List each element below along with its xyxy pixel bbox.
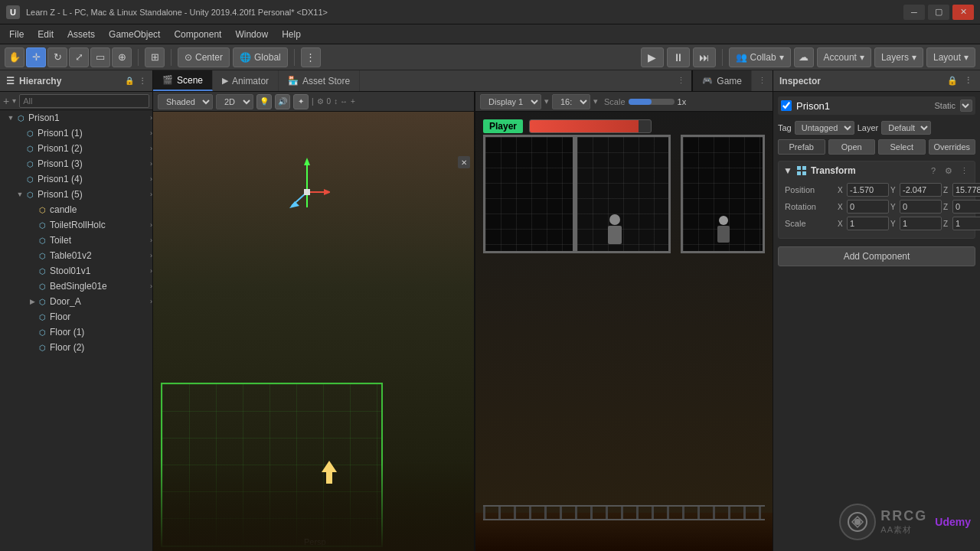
tab-scene[interactable]: 🎬 Scene [153,70,213,91]
aspect-dropdown[interactable]: 16:10 [552,94,590,109]
move-tool[interactable]: ✛ [26,47,46,67]
tab-asset-store[interactable]: 🏪 Asset Store [279,70,360,91]
tree-item-prison1-4[interactable]: ⬡ Prison1 (4) › [0,171,152,187]
menu-window[interactable]: Window [229,27,274,42]
transform-tool[interactable]: ⊕ [112,47,132,67]
rotation-y-input[interactable]: 0 [900,200,942,214]
tree-item-door[interactable]: ▶ ⬡ Door_A › [0,294,152,309]
tree-item-candle[interactable]: ⬡ candle [0,202,152,217]
hand-tool[interactable]: ✋ [5,47,24,67]
layer-dropdown[interactable]: Default [881,121,931,135]
position-x-input[interactable]: -1.570 [847,183,889,197]
select-button[interactable]: Select [878,139,926,155]
tree-arrow-right: › [150,191,152,198]
tab-animator[interactable]: ▶ Animator [213,70,279,91]
menu-gameobject[interactable]: GameObject [103,27,166,42]
transform-header[interactable]: ▼ Transform ? ⚙ ⋮ [779,161,975,180]
scale-y-input[interactable]: 1 [900,217,942,230]
pause-button[interactable]: ⏸ [667,47,690,67]
tree-item-prison1-5[interactable]: ▼ ⬡ Prison1 (5) › [0,187,152,202]
step-button[interactable]: ⏭ [693,47,716,67]
tag-dropdown[interactable]: Untagged [795,121,854,135]
shading-dropdown[interactable]: Shaded [158,94,213,109]
minimize-button[interactable]: ─ [903,5,925,20]
play-button[interactable]: ▶ [641,47,664,67]
transform-help-icon[interactable]: ? [927,165,939,177]
gameobject-icon: ⬡ [37,296,47,307]
titlebar: U Learn Z - L - PC, Mac & Linux Standalo… [0,0,980,24]
tree-arrow-right: › [150,282,152,290]
tab-game[interactable]: 🎮 Game [691,70,752,91]
svg-rect-10 [797,171,801,175]
layers-button[interactable]: Layers ▾ [874,47,923,67]
game-viewport[interactable]: Player [475,112,773,551]
gameobject-active-checkbox[interactable] [781,100,792,111]
scene-light-toggle[interactable]: 💡 [256,94,272,109]
scene-more-icon[interactable]: ⋮ [671,76,691,86]
maximize-button[interactable]: ▢ [928,5,949,20]
hierarchy-more-icon[interactable]: ⋮ [139,77,146,85]
scale-z-input[interactable]: 1 [952,217,980,230]
inspector-lock-icon[interactable]: 🔒 [946,75,959,87]
scene-viewport[interactable]: ✕ Persp [153,112,474,551]
cloud-button[interactable]: ☁ [794,47,814,67]
rect-tool[interactable]: ▭ [90,47,110,67]
collab-button[interactable]: 👥 Collab ▾ [729,47,791,67]
tree-item-floor2[interactable]: ⬡ Floor (2) [0,340,152,355]
menu-component[interactable]: Component [168,27,227,42]
close-button[interactable]: ✕ [952,5,974,20]
tree-arrow-right: › [150,114,152,122]
snap-button[interactable]: ⋮ [301,47,321,67]
ry-axis-label: Y [890,203,898,211]
tree-item-bed[interactable]: ⬡ BedSingle01e › [0,279,152,294]
tree-item-prison1-3[interactable]: ⬡ Prison1 (3) › [0,156,152,171]
tree-item-table[interactable]: ⬡ Table01v2 › [0,248,152,263]
tree-item-floor[interactable]: ⬡ Floor [0,309,152,324]
layout-button[interactable]: Layout ▾ [926,47,975,67]
rotation-x-input[interactable]: 0 [847,200,889,214]
tree-item-stool[interactable]: ⬡ Stool01v1 › [0,263,152,279]
open-button[interactable]: Open [828,139,876,155]
scene-audio-toggle[interactable]: 🔊 [275,94,290,109]
scene-close-btn[interactable]: ✕ [458,156,470,168]
tree-item-toilet[interactable]: ⬡ Toilet › [0,233,152,248]
position-fields: X -1.570 Y -2.047 Z 15.778 [838,183,980,197]
space-button[interactable]: 🌐 Global [233,47,288,67]
hierarchy-search-input[interactable] [19,94,149,108]
transform-icon [795,165,808,177]
tree-item-toiletroll[interactable]: ⬡ ToiletRollHolc › [0,217,152,233]
overrides-button[interactable]: Overrides [929,139,976,155]
tree-item-prison1-2[interactable]: ⬡ Prison1 (2) › [0,141,152,156]
menu-assets[interactable]: Assets [61,27,101,42]
transform-gizmo [284,154,330,217]
tree-item-floor1[interactable]: ⬡ Floor (1) [0,324,152,340]
transform-settings-icon[interactable]: ⚙ [942,165,955,177]
tree-item-prison1[interactable]: ▼ ⬡ Prison1 › [0,110,152,126]
scene-fx-toggle[interactable]: ✦ [293,94,309,109]
menu-file[interactable]: File [3,27,30,42]
account-button[interactable]: Account ▾ [817,47,871,67]
tree-item-prison1-1[interactable]: ⬡ Prison1 (1) › [0,126,152,141]
hierarchy-lock-icon[interactable]: 🔒 [125,77,134,85]
rotate-tool[interactable]: ↻ [47,47,67,67]
hierarchy-add-button[interactable]: + [3,95,9,107]
dim-dropdown[interactable]: 2D [216,94,253,109]
position-y-input[interactable]: -2.047 [900,183,942,197]
scale-tool[interactable]: ⤢ [69,47,89,67]
pivot-button[interactable]: ⊙ Center [178,47,230,67]
menu-edit[interactable]: Edit [31,27,60,42]
position-z-input[interactable]: 15.778 [952,183,980,197]
scale-slider[interactable] [629,99,675,105]
static-dropdown[interactable]: ▾ [960,99,972,112]
scale-x-input[interactable]: 1 [847,217,889,230]
scale-x-group: X 1 [838,217,889,230]
custom-tool-1[interactable]: ⊞ [145,47,165,67]
add-component-button[interactable]: Add Component [778,246,975,266]
game-more-icon[interactable]: ⋮ [752,76,773,86]
rotation-z-input[interactable]: 0 [952,200,980,214]
transform-more-icon[interactable]: ⋮ [958,165,970,177]
display-dropdown[interactable]: Display 1 [480,94,541,109]
inspector-more-icon[interactable]: ⋮ [962,75,974,87]
menu-help[interactable]: Help [276,27,307,42]
gameobject-name-input[interactable] [796,100,929,112]
